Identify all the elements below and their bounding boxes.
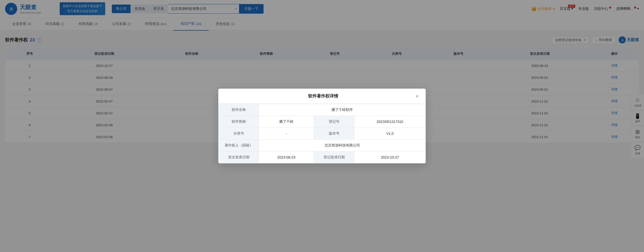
modal-overlay[interactable]: 软件著作权详情 × 软件全称 搬了个砖软件 软件简称 搬了个砖 登记号 2023… bbox=[0, 0, 644, 252]
value-classno: - bbox=[259, 128, 314, 140]
value-owner: 北京简游科技有限公司 bbox=[259, 140, 426, 152]
value-pubdate: 2023-08-23 bbox=[259, 152, 314, 163]
detail-row-shortname: 软件简称 搬了个砖 登记号 2023SR1317310 bbox=[219, 116, 426, 128]
detail-row-class: 分类号 - 版本号 V1.0 bbox=[219, 128, 426, 140]
modal-title: 软件著作权详情 bbox=[233, 93, 413, 99]
value-version: V1.0 bbox=[354, 128, 426, 140]
label-fullname: 软件全称 bbox=[219, 104, 259, 116]
modal-header: 软件著作权详情 × bbox=[218, 89, 426, 104]
label-version: 版本号 bbox=[314, 128, 354, 140]
label-owner: 著作权人（国籍） bbox=[219, 140, 259, 152]
label-pubdate: 首次发表日期 bbox=[219, 152, 259, 163]
label-shortname: 软件简称 bbox=[219, 116, 259, 128]
label-classno: 分类号 bbox=[219, 128, 259, 140]
modal-close-button[interactable]: × bbox=[416, 94, 419, 99]
detail-table: 软件全称 搬了个砖软件 软件简称 搬了个砖 登记号 2023SR1317310 … bbox=[218, 104, 426, 163]
value-fullname: 搬了个砖软件 bbox=[259, 104, 426, 116]
detail-row-owner: 著作权人（国籍） 北京简游科技有限公司 bbox=[219, 140, 426, 152]
value-regdate: 2023-10-27 bbox=[354, 152, 426, 163]
label-regdate: 登记批准日期 bbox=[314, 152, 354, 163]
detail-row-pubdate: 首次发表日期 2023-08-23 登记批准日期 2023-10-27 bbox=[219, 152, 426, 163]
detail-row-fullname: 软件全称 搬了个砖软件 bbox=[219, 104, 426, 116]
modal-dialog: 软件著作权详情 × 软件全称 搬了个砖软件 软件简称 搬了个砖 登记号 2023… bbox=[218, 89, 426, 163]
value-shortname: 搬了个砖 bbox=[259, 116, 314, 128]
value-regno: 2023SR1317310 bbox=[354, 116, 426, 128]
label-regno: 登记号 bbox=[314, 116, 354, 128]
modal-body: 软件全称 搬了个砖软件 软件简称 搬了个砖 登记号 2023SR1317310 … bbox=[218, 104, 426, 163]
